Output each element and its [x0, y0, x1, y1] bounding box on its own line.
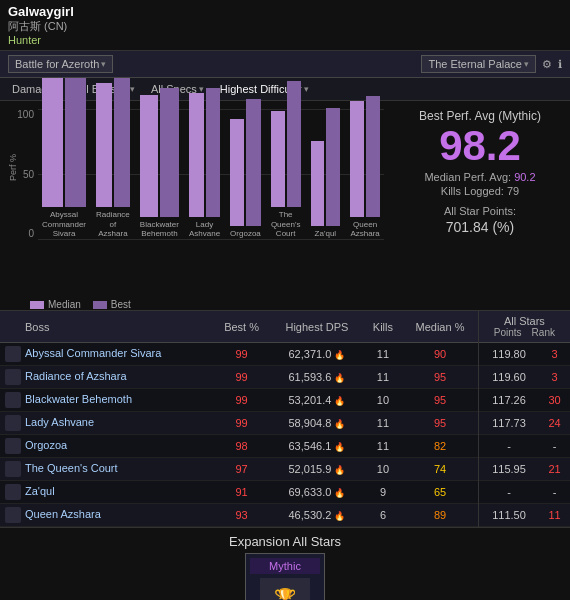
bar-pair: [311, 108, 341, 226]
legend-best: Best: [93, 299, 131, 310]
allstars-points: 119.80: [478, 343, 539, 366]
legend-best-color: [93, 301, 107, 309]
best-pct: 99: [213, 412, 270, 435]
kills: 10: [364, 389, 403, 412]
median-pct: 65: [402, 481, 478, 504]
bar-label: Abyssal Commander Sivara: [42, 210, 86, 239]
bar-group: Orgozoa: [230, 99, 261, 239]
boss-name-cell: Abyssal Commander Sivara: [0, 343, 213, 366]
bar-label: Radiance of Azshara: [96, 210, 130, 239]
allstars-rank: -: [539, 481, 570, 504]
info-icon[interactable]: ℹ: [558, 58, 562, 71]
table-row: Queen Azshara9346,530.2 🔥689111.5011: [0, 504, 570, 527]
median-bar: [140, 95, 159, 217]
table-body: Abyssal Commander Sivara9962,371.0 🔥1190…: [0, 343, 570, 527]
highest-dps: 53,201.4 🔥: [270, 389, 363, 412]
boss-table: Boss Best % Highest DPS Kills Median % A…: [0, 311, 570, 527]
expansion-title: Expansion All Stars: [0, 534, 570, 549]
boss-name-cell: Queen Azshara: [0, 504, 213, 527]
allstars-points: -: [478, 481, 539, 504]
allstars-points: 117.73: [478, 412, 539, 435]
bar-pair: [230, 99, 261, 226]
character-header: Galwaygirl 阿古斯 (CN) Hunter: [0, 0, 570, 51]
chart-area: Perf % 100 50 0 Abyssal Commander Sivara…: [0, 101, 390, 310]
allstars-rank: 21: [539, 458, 570, 481]
legend-median: Median: [30, 299, 81, 310]
table-row: Radiance of Azshara9961,593.6 🔥1195119.6…: [0, 366, 570, 389]
best-pct: 93: [213, 504, 270, 527]
highest-dps: 52,015.9 🔥: [270, 458, 363, 481]
kills-header: Kills: [364, 311, 403, 343]
char-name: Galwaygirl: [8, 4, 562, 19]
kills-logged: Kills Logged: 79: [400, 185, 560, 197]
bar-group: Lady Ashvane: [189, 88, 220, 239]
best-perf-label: Best Perf. Avg (Mythic): [400, 109, 560, 123]
mythic-box: Mythic 🏆 8 / 8 Points 701.84: [245, 553, 325, 600]
kills: 10: [364, 458, 403, 481]
median-perf: Median Perf. Avg: 90.2: [400, 171, 560, 183]
best-pct: 97: [213, 458, 270, 481]
allstars-rank: 11: [539, 504, 570, 527]
boss-icon: [5, 484, 21, 500]
table-row: Blackwater Behemoth9953,201.4 🔥1095117.2…: [0, 389, 570, 412]
bar-group: Abyssal Commander Sivara: [42, 78, 86, 239]
bar-label: Orgozoa: [230, 229, 261, 239]
median-pct: 95: [402, 412, 478, 435]
bar-group: Za'qul: [311, 108, 341, 239]
best-bar: [246, 99, 260, 226]
kills: 11: [364, 343, 403, 366]
table-row: Abyssal Commander Sivara9962,371.0 🔥1190…: [0, 343, 570, 366]
allstars-points-sub: Points: [494, 327, 522, 338]
median-pct: 82: [402, 435, 478, 458]
median-bar: [350, 101, 364, 217]
best-perf-number: 98.2: [400, 125, 560, 167]
settings-icon[interactable]: ⚙: [542, 58, 552, 71]
table-row: Lady Ashvane9958,904.8 🔥1195117.7324: [0, 412, 570, 435]
mythic-image: 🏆: [260, 578, 310, 600]
median-pct: 89: [402, 504, 478, 527]
best-bar: [65, 78, 86, 207]
best-pct-header: Best %: [213, 311, 270, 343]
best-bar: [206, 88, 221, 217]
table-row: Za'qul9169,633.0 🔥965--: [0, 481, 570, 504]
raid-selector[interactable]: The Eternal Palace ▾: [421, 55, 536, 73]
median-pct: 90: [402, 343, 478, 366]
median-pct: 95: [402, 389, 478, 412]
allstars-rank: -: [539, 435, 570, 458]
median-bar: [42, 78, 63, 207]
allstars-rank: 3: [539, 366, 570, 389]
boss-name-cell: The Queen's Court: [0, 458, 213, 481]
bar-pair: [189, 88, 220, 217]
kills: 11: [364, 435, 403, 458]
allstars-rank-sub: Rank: [532, 327, 555, 338]
main-content: Perf % 100 50 0 Abyssal Commander Sivara…: [0, 101, 570, 311]
bar-pair: [271, 81, 301, 207]
boss-icon: [5, 369, 21, 385]
kills: 6: [364, 504, 403, 527]
boss-col-header: Boss: [0, 311, 213, 343]
best-bar: [114, 78, 130, 207]
bar-label: Za'qul: [315, 229, 337, 239]
boss-name-cell: Za'qul: [0, 481, 213, 504]
allstars-rank: 3: [539, 343, 570, 366]
expansion-selector[interactable]: Battle for Azeroth ▾: [8, 55, 113, 73]
best-pct: 99: [213, 343, 270, 366]
boss-icon: [5, 392, 21, 408]
legend-median-color: [30, 301, 44, 309]
best-bar: [160, 88, 179, 217]
best-pct: 98: [213, 435, 270, 458]
bar-pair: [96, 78, 130, 207]
mythic-box-wrapper: Mythic 🏆 8 / 8 Points 701.84: [0, 553, 570, 600]
mythic-header: Mythic: [250, 558, 320, 574]
bar-pair: [350, 96, 380, 217]
boss-name-cell: Blackwater Behemoth: [0, 389, 213, 412]
allstars-points: 111.50: [478, 504, 539, 527]
highest-dps: 63,546.1 🔥: [270, 435, 363, 458]
boss-icon: [5, 507, 21, 523]
best-pct: 99: [213, 389, 270, 412]
table-row: Orgozoa9863,546.1 🔥1182--: [0, 435, 570, 458]
kills: 9: [364, 481, 403, 504]
median-pct: 95: [402, 366, 478, 389]
boss-name-cell: Lady Ashvane: [0, 412, 213, 435]
highest-dps-header: Highest DPS: [270, 311, 363, 343]
